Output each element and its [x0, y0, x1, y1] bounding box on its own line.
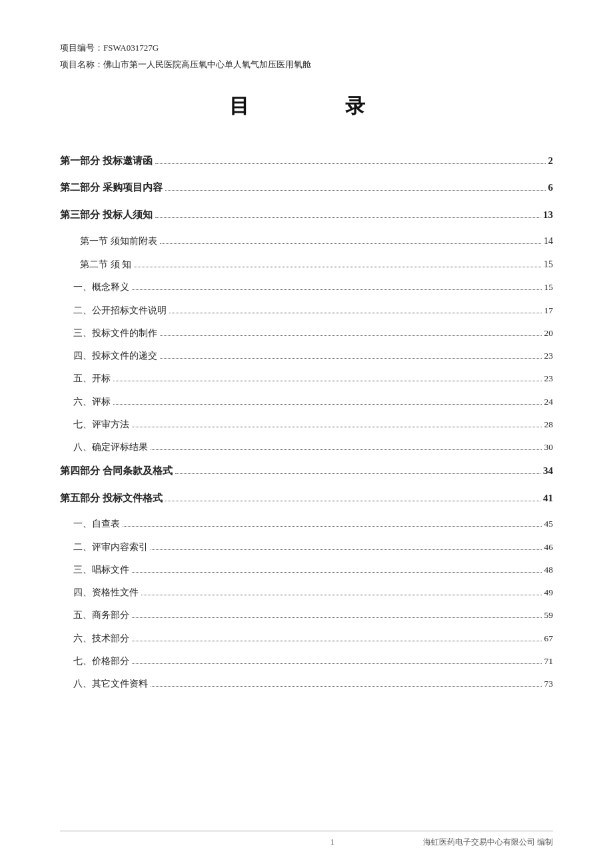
toc-dots	[169, 313, 542, 313]
toc-item: 五、商务部分59	[60, 609, 553, 622]
toc-dots	[160, 358, 542, 359]
toc-container: 第一部分 投标邀请函2第二部分 采购项目内容6第三部分 投标人须知13第一节 须…	[60, 153, 553, 691]
toc-label: 一、概念释义	[73, 281, 129, 294]
toc-label: 六、评标	[73, 395, 111, 409]
toc-dots	[165, 501, 540, 501]
toc-dots	[151, 686, 542, 687]
toc-dots	[151, 549, 542, 550]
toc-page: 41	[543, 491, 553, 506]
toc-dots	[132, 663, 542, 664]
toc-page: 15	[544, 281, 554, 294]
toc-item: 六、评标24	[60, 395, 553, 409]
toc-page: 71	[544, 655, 554, 668]
toc-dots	[160, 243, 542, 244]
toc-page: 23	[544, 372, 554, 385]
toc-dots	[132, 427, 542, 427]
toc-page: 15	[544, 257, 553, 271]
toc-item: 五、开标23	[60, 372, 553, 385]
toc-label: 八、其它文件资料	[73, 677, 148, 691]
toc-dots	[165, 190, 546, 191]
toc-item: 四、资格性文件49	[60, 586, 553, 599]
main-title: 目 录	[60, 93, 553, 120]
document-page: 项目编号：FSWA031727G 项目名称：佛山市第一人民医院高压氧中心单人氧气…	[0, 0, 613, 868]
toc-label: 第一部分 投标邀请函	[60, 153, 153, 169]
toc-page: 28	[544, 418, 554, 431]
toc-item: 七、评审方法28	[60, 418, 553, 431]
toc-item: 二、公开招标文件说明17	[60, 304, 553, 317]
toc-label: 八、确定评标结果	[73, 441, 148, 454]
toc-label: 第三部分 投标人须知	[60, 207, 153, 223]
toc-label: 第四部分 合同条款及格式	[60, 463, 173, 479]
toc-page: 45	[544, 517, 554, 531]
toc-page: 13	[543, 207, 553, 223]
toc-dots	[175, 473, 540, 474]
toc-item: 一、自查表45	[60, 517, 553, 531]
toc-dots	[113, 404, 542, 405]
toc-page: 46	[544, 541, 554, 554]
toc-page: 2	[548, 153, 554, 169]
title-section: 目 录	[60, 93, 553, 120]
toc-label: 四、资格性文件	[73, 586, 139, 599]
toc-item: 二、评审内容索引46	[60, 541, 553, 554]
toc-page: 30	[544, 441, 554, 454]
toc-dots	[132, 617, 542, 618]
toc-item: 一、概念释义15	[60, 281, 553, 294]
project-number-label: 项目编号：	[60, 43, 103, 53]
toc-dots	[160, 335, 542, 336]
project-name-label: 项目名称：	[60, 59, 103, 69]
toc-page: 20	[544, 327, 554, 340]
toc-page: 24	[544, 395, 554, 409]
toc-label: 一、自查表	[73, 517, 120, 531]
toc-label: 五、商务部分	[73, 609, 129, 622]
toc-item: 第二部分 采购项目内容6	[60, 180, 553, 195]
toc-dots	[141, 595, 542, 595]
toc-label: 三、唱标文件	[73, 563, 129, 577]
toc-label: 七、价格部分	[73, 655, 129, 668]
toc-label: 第五部分 投标文件格式	[60, 491, 163, 506]
toc-item: 第一部分 投标邀请函2	[60, 153, 553, 169]
toc-item: 第五部分 投标文件格式41	[60, 491, 553, 506]
toc-item: 八、确定评标结果30	[60, 441, 553, 454]
toc-item: 八、其它文件资料73	[60, 677, 553, 691]
toc-item: 第四部分 合同条款及格式34	[60, 463, 553, 479]
toc-item: 三、投标文件的制作20	[60, 327, 553, 340]
toc-item: 第一节 须知前附表14	[60, 234, 553, 248]
toc-page: 49	[544, 586, 554, 599]
toc-label: 七、评审方法	[73, 418, 129, 431]
toc-page: 59	[544, 609, 554, 622]
toc-item: 四、投标文件的递交23	[60, 349, 553, 363]
toc-dots	[132, 289, 542, 290]
toc-page: 17	[544, 304, 554, 317]
toc-dots	[132, 641, 542, 641]
toc-item: 第三部分 投标人须知13	[60, 207, 553, 223]
toc-label: 第一节 须知前附表	[80, 234, 157, 248]
toc-label: 第二部分 采购项目内容	[60, 180, 163, 195]
footer-company: 海虹医药电子交易中心有限公司 编制	[423, 837, 553, 848]
toc-label: 五、开标	[73, 372, 111, 385]
toc-dots	[123, 526, 542, 527]
toc-dots	[113, 381, 542, 381]
toc-item: 七、价格部分71	[60, 655, 553, 668]
toc-label: 六、技术部分	[73, 632, 129, 645]
toc-page: 6	[548, 180, 554, 195]
toc-dots	[151, 449, 542, 450]
footer: 1 海虹医药电子交易中心有限公司 编制	[60, 831, 553, 848]
toc-page: 34	[543, 463, 553, 479]
toc-dots	[134, 267, 541, 267]
toc-dots	[155, 217, 540, 218]
project-number: 项目编号：FSWA031727G	[60, 40, 553, 55]
footer-page-number: 1	[242, 837, 424, 847]
toc-label: 二、评审内容索引	[73, 541, 148, 554]
toc-item: 第二节 须 知15	[60, 257, 553, 271]
header-info: 项目编号：FSWA031727G 项目名称：佛山市第一人民医院高压氧中心单人氧气…	[60, 40, 553, 73]
project-number-value: FSWA031727G	[103, 43, 159, 53]
toc-page: 67	[544, 632, 554, 645]
toc-label: 二、公开招标文件说明	[73, 304, 167, 317]
toc-item: 六、技术部分67	[60, 632, 553, 645]
toc-page: 14	[544, 234, 553, 248]
toc-dots	[132, 572, 542, 573]
toc-item: 三、唱标文件48	[60, 563, 553, 577]
project-name: 项目名称：佛山市第一人民医院高压氧中心单人氧气加压医用氧舱	[60, 57, 553, 72]
toc-label: 三、投标文件的制作	[73, 327, 157, 340]
toc-label: 第二节 须 知	[80, 257, 131, 271]
